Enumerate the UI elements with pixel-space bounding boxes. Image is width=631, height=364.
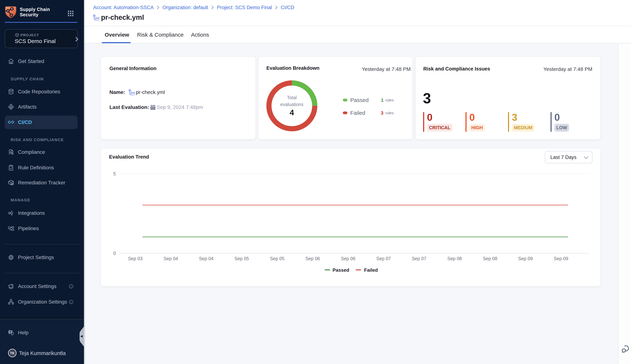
svg-text:Total: Total <box>287 95 297 100</box>
svg-text:4: 4 <box>290 108 294 117</box>
svg-text:Passed: Passed <box>333 267 349 273</box>
svg-text:Failed: Failed <box>364 267 378 273</box>
svg-text:?: ? <box>10 330 11 334</box>
svg-text:evaluations: evaluations <box>280 102 303 107</box>
